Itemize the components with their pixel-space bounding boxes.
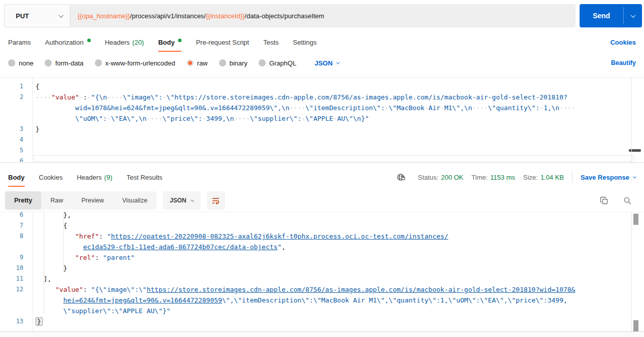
language-label: JSON: [314, 59, 332, 67]
code-segment: ·: [385, 104, 389, 112]
radio-button[interactable]: [95, 59, 102, 66]
chevron-down-icon: [59, 13, 64, 18]
response-tab-cookies[interactable]: Cookies: [39, 168, 63, 186]
wrap-lines-button[interactable]: [207, 191, 225, 210]
send-button[interactable]: Send: [580, 4, 642, 27]
body-type-raw[interactable]: raw: [187, 59, 208, 67]
line-number: [0, 242, 26, 252]
code-segment: ····: [290, 104, 305, 112]
code-segment: \"APPLE: [305, 115, 333, 122]
line-number: [0, 113, 26, 124]
chevron-down-icon: [191, 198, 194, 201]
status-bar: [0, 331, 644, 337]
tab-label: Settings: [293, 39, 317, 46]
body-type-GraphQL[interactable]: GraphQL: [259, 59, 296, 67]
line-number: 10: [0, 263, 26, 274]
line-number: 9: [0, 252, 26, 263]
code-line: 13}: [0, 316, 635, 327]
code-link[interactable]: https://store.storeimages.cdn-apple.com/…: [147, 286, 575, 293]
code-line: 8 "href": "https://opatest-20220908-0823…: [0, 231, 635, 242]
save-response-button[interactable]: Save Response: [581, 174, 636, 181]
view-visualize[interactable]: Visualize: [113, 191, 157, 210]
radio-label: binary: [230, 59, 247, 67]
beautify-link[interactable]: Beautify: [611, 54, 636, 72]
response-scrollbar-thumb[interactable]: [633, 214, 638, 225]
copy-icon[interactable]: [595, 192, 613, 209]
code-line: 12 "value": "{\"image\":\"https://store.…: [0, 284, 635, 295]
url-segment: /data-objects/purchaseItem: [245, 12, 325, 20]
radio-button[interactable]: [8, 59, 15, 66]
code-segment: [35, 254, 75, 261]
code-segment: ····: [35, 93, 51, 101]
code-segment: \"supplier\":\"APPLE AU\"}": [63, 307, 170, 315]
view-raw[interactable]: Raw: [41, 191, 72, 210]
code-segment: \"quantity\":: [488, 104, 540, 112]
code-line: 2····"value"·:·"{\n····\"image\":·\"http…: [0, 92, 635, 103]
tab-params[interactable]: Params: [8, 33, 31, 51]
view-preview[interactable]: Preview: [72, 191, 113, 210]
response-tab-test-results[interactable]: Test Results: [127, 168, 163, 186]
code-segment: 3499,\n: [206, 115, 234, 122]
response-scrollbar-track: [631, 212, 632, 331]
method-select[interactable]: PUT: [4, 4, 70, 27]
response-actions: [589, 191, 636, 210]
body-type-none[interactable]: none: [8, 59, 33, 67]
tab-body[interactable]: Body: [158, 33, 182, 51]
tab-label: Body: [158, 39, 175, 46]
code-line: 11 ],: [0, 274, 635, 284]
url-input[interactable]: {{opa_hostname}}/process/api/v1/instance…: [70, 4, 576, 27]
response-body-viewer[interactable]: 6 },7 {8 "href": "https://opatest-202209…: [0, 212, 635, 331]
size-badge: Size: 1.04 KB: [523, 174, 564, 181]
request-body-editor[interactable]: 1{2····"value"·:·"{\n····\"image\":·\"ht…: [0, 78, 635, 162]
code-segment: [35, 264, 63, 272]
response-scrollbar-thumb-bottom[interactable]: [633, 320, 638, 331]
tab-tests[interactable]: Tests: [263, 33, 278, 51]
editor-gutter-border: [32, 78, 33, 161]
tab-label: Body: [8, 174, 25, 181]
body-type-x-www-form-urlencoded[interactable]: x-www-form-urlencoded: [95, 59, 175, 67]
code-segment: [35, 286, 55, 293]
request-tabs: ParamsAuthorizationHeaders(20)BodyPre-re…: [8, 33, 331, 51]
search-icon[interactable]: [619, 192, 636, 209]
editor-hscrollbar-thumb[interactable]: [629, 149, 641, 152]
tab-headers[interactable]: Headers(20): [105, 33, 144, 51]
view-pretty[interactable]: Pretty: [5, 191, 41, 210]
body-type-binary[interactable]: binary: [219, 59, 247, 67]
radio-button[interactable]: [45, 59, 52, 66]
editor-hscrollbar[interactable]: [33, 155, 634, 162]
code-segment: [35, 212, 63, 219]
code-segment: "value": [51, 93, 79, 101]
code-link[interactable]: ec1da529-cfb1-11ed-ada6-867724b07cec/dat…: [83, 243, 278, 251]
code-link[interactable]: hei=624&fmt=jpeg&qlt=90&.v=1664472289059: [63, 296, 222, 304]
indent-guide: [44, 212, 44, 314]
body-type-form-data[interactable]: form-data: [45, 59, 84, 67]
code-segment: {: [35, 83, 40, 90]
status-badge: Status: 200 OK: [418, 174, 463, 181]
code-segment: [35, 104, 75, 112]
globe-lock-icon[interactable]: [392, 168, 410, 186]
code-link[interactable]: https://opatest-20220908-082325-axal62j6…: [111, 232, 448, 240]
radio-button[interactable]: [187, 59, 194, 66]
code-segment: }: [35, 317, 43, 326]
tab-label: Headers: [105, 39, 130, 46]
tab-pre-request-script[interactable]: Pre-request Script: [196, 33, 249, 51]
code-line: 4: [0, 134, 635, 145]
code-segment: ····: [559, 104, 575, 112]
tab-settings[interactable]: Settings: [293, 33, 317, 51]
tab-authorization[interactable]: Authorization: [45, 33, 91, 51]
radio-button[interactable]: [259, 59, 266, 66]
response-tab-headers[interactable]: Headers(9): [77, 168, 112, 186]
send-options-button[interactable]: [624, 4, 642, 27]
url-variable: {{opa_hostname}}: [78, 12, 130, 20]
response-tab-body[interactable]: Body: [8, 168, 25, 186]
response-tabs: BodyCookiesHeaders(9)Test Results: [8, 168, 176, 186]
code-segment: [35, 275, 44, 283]
radio-button[interactable]: [219, 59, 226, 66]
line-number: 6: [0, 156, 26, 162]
code-segment: "value": [55, 286, 83, 293]
code-segment: ·: [424, 104, 428, 112]
send-button-label[interactable]: Send: [580, 4, 623, 27]
cookies-link[interactable]: Cookies: [610, 33, 636, 51]
body-language-select[interactable]: JSON: [314, 59, 339, 67]
response-language-select[interactable]: JSON: [163, 191, 201, 210]
